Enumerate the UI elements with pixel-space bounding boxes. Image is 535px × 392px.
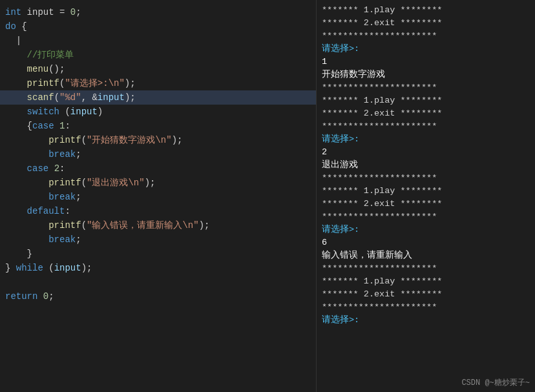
terminal-line: ******* 2.exit ******** xyxy=(322,198,530,211)
terminal-line: 请选择>: xyxy=(322,223,530,236)
terminal-line: ******* 1.play ******** xyxy=(322,185,530,198)
code-line xyxy=(0,275,316,289)
code-line: } while (input); xyxy=(0,261,316,275)
code-line: switch (input) xyxy=(0,105,316,119)
terminal-line: ********************** xyxy=(322,30,530,43)
terminal-line xyxy=(322,327,530,340)
terminal-line: 6 xyxy=(322,236,530,249)
code-line: //打印菜单 xyxy=(0,48,316,62)
terminal-line: ********************** xyxy=(322,120,530,133)
code-line: | xyxy=(0,34,316,48)
code-line: int input = 0; xyxy=(0,5,316,19)
terminal-line: 1 xyxy=(322,56,530,68)
terminal-line: ******* 2.exit ******** xyxy=(322,17,530,30)
terminal-line: ********************** xyxy=(322,172,530,185)
terminal-panel: ******* 1.play *************** 2.exit **… xyxy=(317,0,535,392)
terminal-line: ******* 2.exit ******** xyxy=(322,107,530,120)
terminal-line: 请选择>: xyxy=(322,133,530,146)
terminal-line xyxy=(322,353,530,366)
code-line: break; xyxy=(0,232,316,247)
watermark-text: CSDN @~糖炒栗子~ xyxy=(461,377,530,388)
code-line: printf("请选择>:\n"); xyxy=(0,76,316,90)
terminal-line: 输入错误，请重新输入 xyxy=(322,249,530,262)
code-panel: int input = 0;do { | //打印菜单 menu(); prin… xyxy=(0,0,317,392)
terminal-panel-wrapper: ******* 1.play *************** 2.exit **… xyxy=(317,0,535,392)
terminal-line: ******* 1.play ******** xyxy=(322,94,530,107)
code-line: menu(); xyxy=(0,62,316,76)
terminal-line: 退出游戏 xyxy=(322,159,530,172)
terminal-line: 请选择>: xyxy=(322,43,530,56)
terminal-line: ********************** xyxy=(322,211,530,223)
code-line: printf("开始猜数字游戏\n"); xyxy=(0,133,316,147)
terminal-line: ********************** xyxy=(322,262,530,275)
terminal-line: ******* 1.play ******** xyxy=(322,4,530,17)
code-line: return 0; xyxy=(0,289,316,304)
code-line: break; xyxy=(0,190,316,204)
terminal-line: 2 xyxy=(322,146,530,159)
terminal-line: 开始猜数字游戏 xyxy=(322,68,530,81)
code-line: break; xyxy=(0,147,316,161)
code-line: default: xyxy=(0,204,316,218)
code-line: {case 1: xyxy=(0,119,316,133)
terminal-line: ********************** xyxy=(322,81,530,94)
code-line: } xyxy=(0,247,316,261)
terminal-line: ******* 1.play ******** xyxy=(322,275,530,288)
code-line: case 2: xyxy=(0,161,316,176)
terminal-line: 请选择>: xyxy=(322,314,530,327)
terminal-line: ******* 2.exit ******** xyxy=(322,288,530,301)
code-line: do { xyxy=(0,19,316,34)
terminal-line xyxy=(322,340,530,353)
code-line: scanf("%d", &input); xyxy=(0,90,316,105)
code-line: printf("退出游戏\n"); xyxy=(0,176,316,190)
code-line: printf("输入错误，请重新输入\n"); xyxy=(0,218,316,232)
terminal-line: ********************** xyxy=(322,301,530,314)
